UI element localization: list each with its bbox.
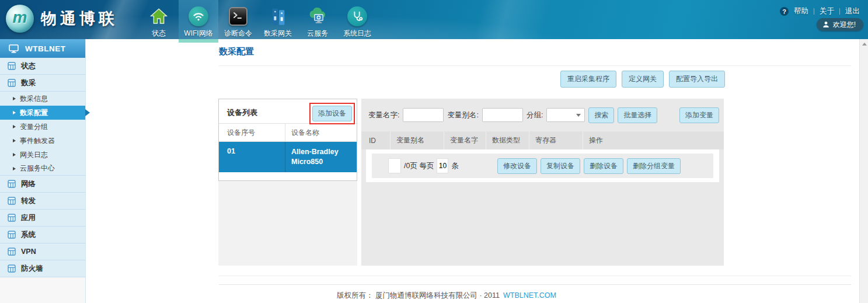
footer-link[interactable]: WTBLNET.COM <box>503 291 556 299</box>
sidebar-item-application[interactable]: 应用 <box>0 210 85 227</box>
sidebar-item-cloud-center[interactable]: 云服务中心 <box>0 162 85 176</box>
variable-filter-row: 变量名字: 变量别名: 分组: 搜索 批量选择 添加变量 <box>368 107 719 123</box>
group-label: 分组: <box>527 110 543 120</box>
device-list-header: 设备列表 添加设备 <box>219 99 357 124</box>
sidebar-title: WTBLNET <box>25 44 65 53</box>
about-link[interactable]: 关于 <box>820 6 834 16</box>
table-icon <box>8 248 16 256</box>
sidebar-item-dataacq[interactable]: 数采 <box>0 75 85 92</box>
sidebar-item-firewall[interactable]: 防火墙 <box>0 260 85 277</box>
sidebar: WTBLNET 状态 数采 数采信息 数采配置 变量分组 事件触发器 网关日志 … <box>0 39 86 303</box>
footer: 版权所有： 厦门物通博联网络科技有限公司 · 2011WTBLNET.COM <box>219 291 674 301</box>
variable-table-header: ID 变量别名 变量名字 数据类型 寄存器 操作 <box>361 131 724 149</box>
table-icon <box>8 197 16 205</box>
column-datatype: 数据类型 <box>486 131 529 149</box>
search-button[interactable]: 搜索 <box>588 107 614 123</box>
sidebar-item-system[interactable]: 系统 <box>0 227 85 243</box>
link-separator <box>839 8 840 15</box>
table-icon <box>8 214 16 222</box>
sidebar-item-dataacq-info[interactable]: 数采信息 <box>0 92 85 106</box>
nav-item-wifi[interactable]: WIFI网络 <box>179 0 218 39</box>
sidebar-header: WTBLNET <box>0 39 85 58</box>
brand-logo-icon: m <box>6 5 34 33</box>
column-id: ID <box>361 131 391 149</box>
variable-name-input[interactable] <box>403 108 444 122</box>
click-annotation-box: 添加设备 <box>309 103 355 124</box>
restart-collector-button[interactable]: 重启采集程序 <box>560 71 616 88</box>
nav-item-syslog[interactable]: 系统日志 <box>337 0 377 39</box>
copy-device-button[interactable]: 复制设备 <box>541 158 580 174</box>
toolbar: 重启采集程序 定义网关 配置导入导出 <box>560 71 725 88</box>
device-row-selected[interactable]: 01 Allen-Bradley Micro850 <box>219 142 357 172</box>
define-gateway-button[interactable]: 定义网关 <box>622 71 664 88</box>
header-decoration <box>0 0 868 39</box>
cloud-service-icon <box>308 6 327 27</box>
variable-table-body: /0页 每页 条 修改设备 复制设备 删除设备 删除分组变量 <box>366 149 719 182</box>
scroll-up-arrow-icon[interactable] <box>860 39 868 48</box>
content-bottom-divider <box>219 276 851 276</box>
sidebar-item-event-trigger[interactable]: 事件触发器 <box>0 134 85 148</box>
device-list-panel: 设备列表 添加设备 设备序号 设备名称 01 Allen-Bradley Mic… <box>218 99 357 181</box>
sidebar-item-status[interactable]: 状态 <box>0 58 85 75</box>
welcome-badge[interactable]: 欢迎您! <box>817 18 863 31</box>
batch-select-button[interactable]: 批量选择 <box>618 107 657 123</box>
column-register: 寄存器 <box>529 131 583 149</box>
delete-device-button[interactable]: 删除设备 <box>584 158 623 174</box>
top-header: m 物通博联 状态 <box>0 0 868 39</box>
device-empty-row <box>219 172 357 180</box>
variable-alias-input[interactable] <box>482 108 523 122</box>
logout-link[interactable]: 退出 <box>845 6 860 16</box>
copyright-text: 版权所有： 厦门物通博联网络科技有限公司 · 2011 <box>337 291 500 299</box>
sidebar-item-variable-group[interactable]: 变量分组 <box>0 120 85 134</box>
nav-item-cloud[interactable]: 云服务 <box>298 0 337 39</box>
page: m 物通博联 状态 <box>0 0 868 303</box>
wifi-icon <box>189 6 208 27</box>
sidebar-item-dataacq-config[interactable]: 数采配置 <box>0 106 85 120</box>
page-suffix: /0页 <box>404 161 417 171</box>
home-icon <box>149 6 168 27</box>
user-icon <box>822 21 829 28</box>
variable-panel: 变量名字: 变量别名: 分组: 搜索 批量选择 添加变量 ID 变量别名 变量名… <box>361 99 724 266</box>
device-table-header: 设备序号 设备名称 <box>219 124 357 142</box>
column-name: 变量名字 <box>444 131 486 149</box>
column-alias: 变量别名 <box>391 131 444 149</box>
add-variable-button[interactable]: 添加变量 <box>679 107 719 123</box>
sidebar-item-vpn[interactable]: VPN <box>0 243 85 260</box>
variable-alias-label: 变量别名: <box>447 110 478 120</box>
vertical-scrollbar[interactable] <box>859 39 868 303</box>
sidebar-item-network[interactable]: 网络 <box>0 176 85 193</box>
variable-name-label: 变量名字: <box>368 110 399 120</box>
nav-item-status[interactable]: 状态 <box>139 0 179 39</box>
per-page-unit: 条 <box>451 161 459 171</box>
device-list-title: 设备列表 <box>227 107 257 118</box>
footer-divider <box>219 284 851 285</box>
per-page-label: 每页 <box>419 161 434 171</box>
modify-device-button[interactable]: 修改设备 <box>497 158 537 174</box>
header-links: ? 帮助 关于 退出 <box>780 6 860 16</box>
table-icon <box>8 79 16 87</box>
sidebar-item-forward[interactable]: 转发 <box>0 193 85 210</box>
table-icon <box>8 180 16 188</box>
device-name-cell: Allen-Bradley Micro850 <box>285 142 357 172</box>
sidebar-item-gateway-log[interactable]: 网关日志 <box>0 148 85 162</box>
nav-item-gateway[interactable]: 数采网关 <box>258 0 298 39</box>
per-page-input[interactable] <box>437 158 448 173</box>
link-separator <box>814 8 814 15</box>
column-actions: 操作 <box>583 131 724 149</box>
add-device-button[interactable]: 添加设备 <box>312 106 352 121</box>
brand-name: 物通博联 <box>41 8 118 29</box>
stethoscope-icon <box>347 6 367 27</box>
page-title: 数采配置 <box>219 46 254 57</box>
help-icon: ? <box>780 7 789 16</box>
table-icon <box>8 231 16 239</box>
device-no-column-header: 设备序号 <box>219 128 285 138</box>
config-import-export-button[interactable]: 配置导入导出 <box>669 71 725 88</box>
group-select[interactable] <box>546 108 585 122</box>
pagination-bar: /0页 每页 条 修改设备 复制设备 删除设备 删除分组变量 <box>372 154 713 178</box>
device-no-cell: 01 <box>219 142 285 172</box>
nav-item-diagnostics[interactable]: 诊断命令 <box>218 0 258 39</box>
gateway-icon <box>269 6 287 27</box>
help-link[interactable]: 帮助 <box>794 6 808 16</box>
page-number-input[interactable] <box>388 158 401 173</box>
delete-group-variable-button[interactable]: 删除分组变量 <box>627 158 681 174</box>
